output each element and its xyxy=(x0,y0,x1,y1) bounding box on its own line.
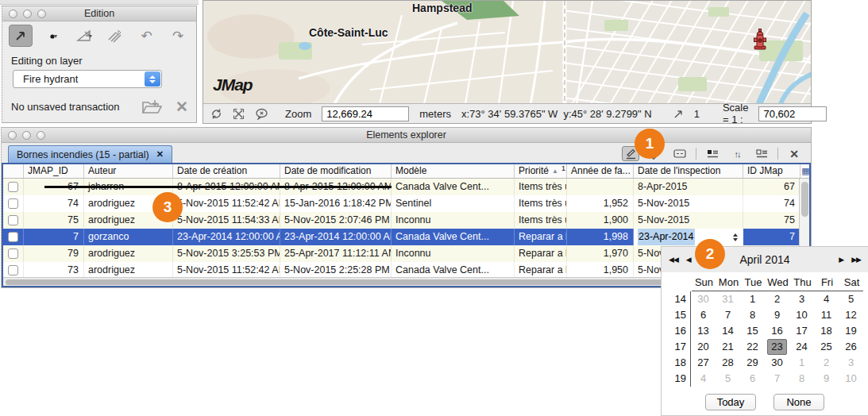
date-editor-selected-text[interactable]: 23-Apr-2014 xyxy=(638,229,695,245)
column-header-annee[interactable]: Année de fa... xyxy=(567,164,634,178)
calendar-day[interactable]: 26 xyxy=(839,339,863,355)
vertical-scrollbar-thumb[interactable] xyxy=(801,182,808,217)
column-header-modified[interactable]: Date de modification xyxy=(280,164,392,178)
refresh-button[interactable] xyxy=(210,108,222,120)
undo-button[interactable]: ↶ xyxy=(135,25,159,47)
open-transaction-folder-icon[interactable] xyxy=(141,98,163,116)
previous-year-button[interactable]: ◀◀ xyxy=(669,256,678,264)
fit-extent-button[interactable] xyxy=(233,108,245,120)
table-options-grid-icon[interactable]: ▦ xyxy=(800,164,811,178)
column-header-modele[interactable]: Modèle xyxy=(392,164,515,178)
calendar-day[interactable]: 1 xyxy=(789,355,814,371)
explorer-titlebar[interactable]: Elements explorer xyxy=(2,128,811,143)
calendar-day[interactable]: 10 xyxy=(789,307,814,323)
calendar-day[interactable]: 30 xyxy=(691,291,716,307)
calendar-day[interactable]: 2 xyxy=(814,355,839,371)
calendar-day[interactable]: 3 xyxy=(839,355,863,371)
date-spinner-icon[interactable] xyxy=(733,233,738,241)
calendar-day[interactable]: 20 xyxy=(691,339,716,355)
calendar-day[interactable]: 6 xyxy=(740,371,765,387)
calendar-day[interactable]: 15 xyxy=(740,323,765,339)
table-row[interactable]: 74arodriguez5-Nov-2015 11:52:42 AM15-Jan… xyxy=(3,195,800,212)
calendar-day[interactable]: 30 xyxy=(765,355,789,371)
multi-edit-tool-button[interactable] xyxy=(103,25,127,47)
calendar-day[interactable]: 31 xyxy=(716,291,740,307)
unselect-elements-button[interactable] xyxy=(753,146,770,161)
clear-tooltip-button[interactable] xyxy=(255,108,268,120)
calendar-day-selected[interactable]: 23 xyxy=(767,339,787,355)
column-header-inspection[interactable]: Date de l'inspection xyxy=(634,164,743,178)
column-header-jmap_id[interactable]: JMAP_ID xyxy=(24,164,84,178)
dropdown-caret-icon[interactable]: ▾ xyxy=(54,33,57,40)
calendar-day[interactable]: 12 xyxy=(839,307,863,323)
today-button[interactable]: Today xyxy=(705,394,756,410)
calendar-day[interactable]: 8 xyxy=(740,307,765,323)
calendar-day[interactable]: 6 xyxy=(691,307,716,323)
sort-button[interactable]: ↑↓ xyxy=(728,146,746,161)
row-display-button[interactable] xyxy=(671,146,689,161)
table-row[interactable]: 7gorzanco23-Apr-2014 12:00:00 AM23-Apr-2… xyxy=(3,229,800,245)
row-checkbox[interactable] xyxy=(8,265,18,275)
calendar-day[interactable]: 7 xyxy=(716,307,740,323)
cancel-transaction-icon[interactable]: ✕ xyxy=(176,98,188,116)
calendar-day[interactable]: 13 xyxy=(691,323,716,339)
dropdown-caret-icon[interactable]: ▾ xyxy=(89,33,92,40)
calendar-day[interactable]: 22 xyxy=(740,339,765,355)
select-stepper-icon[interactable] xyxy=(145,71,160,87)
calendar-day[interactable]: 21 xyxy=(716,339,740,355)
calendar-day[interactable]: 9 xyxy=(814,371,839,387)
calendar-day[interactable]: 25 xyxy=(814,339,839,355)
column-header-created[interactable]: Date de création xyxy=(173,164,280,178)
table-row[interactable]: 67jcharron8-Apr-2015 12:00:00 AM8-Apr-20… xyxy=(3,179,800,195)
table-row[interactable]: 75arodriguez5-Nov-2015 11:54:33 AM5-Nov-… xyxy=(3,212,800,229)
zoom-input[interactable] xyxy=(322,106,409,121)
calendar-day[interactable]: 1 xyxy=(740,291,765,307)
calendar-day[interactable]: 5 xyxy=(716,371,740,387)
scale-input[interactable] xyxy=(758,106,827,121)
column-header-id_jmap[interactable]: ID JMap xyxy=(743,164,800,178)
row-checkbox[interactable] xyxy=(8,182,18,192)
column-header-auteur[interactable]: Auteur xyxy=(84,164,173,178)
calendar-day[interactable]: 16 xyxy=(765,323,789,339)
tab-close-icon[interactable]: ✕ xyxy=(156,149,164,160)
row-checkbox[interactable] xyxy=(8,248,18,259)
tab-bornes-incendies[interactable]: Bornes incendies (15 - partial) ✕ xyxy=(8,145,172,163)
calendar-day[interactable]: 10 xyxy=(839,371,863,387)
none-button[interactable]: None xyxy=(773,394,824,410)
edition-titlebar[interactable]: Edition xyxy=(2,6,196,21)
next-year-button[interactable]: ▶▶ xyxy=(851,256,861,264)
calendar-day[interactable]: 4 xyxy=(691,371,716,387)
delete-element-button[interactable]: ✕ xyxy=(785,146,803,161)
calendar-day[interactable]: 5 xyxy=(839,291,863,307)
row-checkbox[interactable] xyxy=(8,198,18,209)
calendar-day[interactable]: 24 xyxy=(789,339,814,355)
calendar-day[interactable]: 7 xyxy=(765,371,789,387)
point-tool-button[interactable]: ▾ xyxy=(41,25,64,47)
snap-geometry-tool-button[interactable]: ▾ xyxy=(71,25,95,47)
layer-select[interactable]: Fire hydrant xyxy=(13,70,162,88)
select-arrow-tool-button[interactable] xyxy=(9,25,33,47)
calendar-day[interactable]: 27 xyxy=(691,355,716,371)
calendar-day[interactable]: 9 xyxy=(765,307,789,323)
column-header-priorite[interactable]: Priorité▲1 xyxy=(515,164,567,178)
calendar-day[interactable]: 29 xyxy=(740,355,765,371)
calendar-day[interactable]: 17 xyxy=(789,323,814,339)
calendar-day[interactable]: 28 xyxy=(716,355,740,371)
calendar-day[interactable]: 11 xyxy=(814,307,839,323)
calendar-day[interactable]: 14 xyxy=(716,323,740,339)
calendar-day[interactable]: 19 xyxy=(839,323,863,339)
row-checkbox[interactable] xyxy=(8,232,18,242)
fire-hydrant-icon[interactable] xyxy=(753,28,767,50)
calendar-day[interactable]: 2 xyxy=(765,291,789,307)
select-elements-button[interactable] xyxy=(704,146,721,161)
horizontal-scrollbar-thumb[interactable] xyxy=(6,279,712,285)
calendar-day[interactable]: 3 xyxy=(789,291,814,307)
calendar-day[interactable]: 18 xyxy=(814,323,839,339)
row-checkbox[interactable] xyxy=(8,215,18,225)
calendar-day[interactable]: 8 xyxy=(789,371,814,387)
calendar-day[interactable]: 4 xyxy=(814,291,839,307)
inline-date-editor[interactable]: 23-Apr-2014 xyxy=(634,229,743,245)
redo-button[interactable]: ↷ xyxy=(166,25,190,47)
map-view[interactable]: Hampstead Côte-Saint-Luc JMap xyxy=(203,1,811,103)
next-month-button[interactable]: ▶ xyxy=(839,256,843,264)
